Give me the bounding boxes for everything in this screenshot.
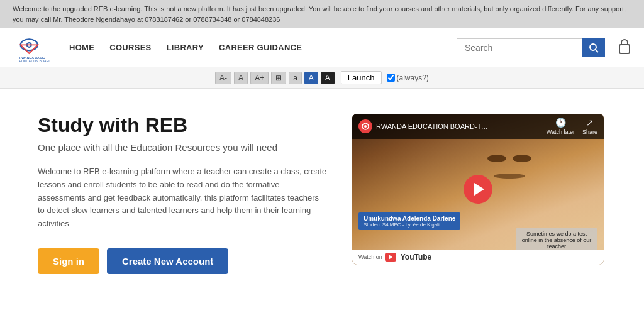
video-overlay-label: Umukundwa Adelenda Darlene Student S4 MP… [358,212,460,230]
video-title: RWANDA EDUCATION BOARD- ICT Essential... [376,123,489,130]
cta-buttons: Sign in Create New Account [38,248,327,274]
search-input[interactable] [457,38,582,57]
nav-home[interactable]: HOME [69,43,94,52]
font-small-btn[interactable]: A [234,72,248,84]
video-actions: 🕐 Watch later ↗ Share [547,118,597,135]
create-account-button[interactable]: Create New Account [107,248,228,274]
text-icon-btn[interactable]: a [289,72,302,84]
reb-logo: RWANDA BASIC EDUCATION BOARD [13,33,50,62]
hero-subheadline: One place with all the Education Resourc… [38,142,327,153]
logo-area: RWANDA BASIC EDUCATION BOARD [13,33,50,62]
watch-on-label: Watch on [358,254,382,260]
video-bottom-bar: Watch on YouTube [352,250,604,265]
header: RWANDA BASIC EDUCATION BOARD HOME COURSE… [0,28,644,67]
video-area: RWANDA EDUCATION BOARD- ICT Essential...… [352,114,604,265]
top-banner: Welcome to the upgraded REB e-learning. … [0,0,644,28]
nav-library[interactable]: LIBRARY [167,43,204,52]
video-title-area: RWANDA EDUCATION BOARD- ICT Essential... [358,119,489,133]
launch-button[interactable]: Launch [341,71,382,84]
font-decrease-btn[interactable]: A- [215,72,231,84]
svg-rect-8 [619,45,630,53]
accessibility-bar: A- A A+ ⊞ a A A Launch (always?) [0,67,644,89]
search-icon [589,43,599,53]
svg-line-7 [596,50,598,52]
video-channel-icon [358,119,372,133]
left-content: Study with REB One place with all the Ed… [38,114,327,274]
signin-button[interactable]: Sign in [38,248,99,274]
always-checkbox[interactable] [387,74,395,82]
video-quote: Sometimes we do a test online in the abs… [516,228,597,252]
watch-later-icon: 🕐 [555,118,566,128]
hero-headline: Study with REB [38,114,327,137]
video-top-bar: RWANDA EDUCATION BOARD- ICT Essential...… [352,114,604,139]
share-btn[interactable]: ↗ Share [582,118,597,135]
lock-icon [618,38,631,57]
font-increase-btn[interactable]: A+ [250,72,269,84]
video-container[interactable]: RWANDA EDUCATION BOARD- ICT Essential...… [352,114,604,265]
share-icon: ↗ [586,118,594,128]
svg-point-10 [364,125,367,128]
nav-career[interactable]: CAREER GUIDANCE [219,43,302,52]
search-button[interactable] [582,38,605,57]
play-button[interactable] [464,175,492,204]
svg-point-6 [590,44,596,50]
main-nav: HOME COURSES LIBRARY CAREER GUIDANCE [69,43,457,52]
font-blue-btn[interactable]: A [304,72,318,84]
font-black-btn[interactable]: A [321,72,335,84]
always-label: (always?) [387,74,429,82]
nav-courses[interactable]: COURSES [109,43,151,52]
svg-text:EDUCATION BOARD: EDUCATION BOARD [19,59,51,62]
main-content: Study with REB One place with all the Ed… [0,89,644,299]
watch-later-btn[interactable]: 🕐 Watch later [547,118,575,135]
youtube-icon [385,253,396,262]
hero-description: Welcome to REB e-learning platform where… [38,165,327,231]
grid-icon-btn[interactable]: ⊞ [271,72,286,84]
play-triangle-icon [474,183,484,196]
search-area [457,38,605,57]
youtube-logo[interactable]: YouTube [385,253,432,262]
